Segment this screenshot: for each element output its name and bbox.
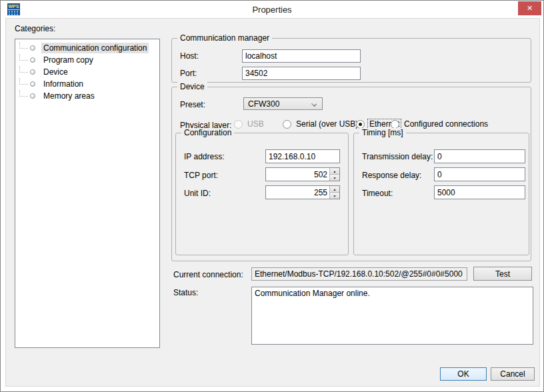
radio-serial-over-usb[interactable]: Serial (over USB) <box>283 119 359 129</box>
timeout-label: Timeout: <box>362 189 393 198</box>
current-connection-label: Current connection: <box>173 270 243 279</box>
preset-combobox-value: CFW300 <box>248 99 279 109</box>
port-label: Port: <box>180 69 197 78</box>
properties-dialog: WPS Properties ✕ Categories: Communicati… <box>0 0 544 392</box>
tcp-port-input[interactable] <box>266 168 329 181</box>
preset-label: Preset: <box>180 100 205 109</box>
unit-id-spinbox: ▲ ▼ <box>265 185 340 199</box>
tree-branch-icon <box>19 42 28 49</box>
radio-configured-connections[interactable]: Configured connections <box>391 119 489 129</box>
categories-tree[interactable]: Communication configuration Program copy… <box>15 39 160 348</box>
spin-up-icon[interactable]: ▲ <box>330 168 339 175</box>
ip-address-input[interactable] <box>265 149 340 163</box>
transmission-delay-label: Transmission delay: <box>362 152 433 161</box>
test-button[interactable]: Test <box>473 267 532 281</box>
timing-group: Timing [ms] Transmission delay: Response… <box>353 133 529 255</box>
status-label: Status: <box>173 288 198 297</box>
response-delay-label: Response delay: <box>362 171 421 180</box>
tree-branch-icon <box>19 54 28 61</box>
radio-circle-icon <box>234 120 243 129</box>
spin-down-icon[interactable]: ▼ <box>330 175 339 181</box>
configuration-group-title: Configuration <box>181 128 234 137</box>
unit-id-label: Unit ID: <box>184 189 211 198</box>
tree-bullet-icon <box>30 45 35 51</box>
spin-down-icon[interactable]: ▼ <box>330 193 339 199</box>
ok-button[interactable]: OK <box>440 367 487 381</box>
tree-bullet-icon <box>30 57 35 63</box>
close-button[interactable]: ✕ <box>518 1 541 15</box>
window-title: Properties <box>1 1 543 18</box>
device-group: Device Preset: CFW300 Physical layer: US… <box>171 87 531 261</box>
configuration-group: Configuration IP address: TCP port: ▲ ▼ … <box>175 133 349 255</box>
tcp-port-label: TCP port: <box>184 171 218 180</box>
current-connection-field: Ethernet/Modbus-TCP/192.168.0.10:502/@25… <box>251 267 467 281</box>
radio-configured-label: Configured connections <box>403 119 489 129</box>
timing-group-title: Timing [ms] <box>359 128 406 137</box>
host-label: Host: <box>180 51 199 61</box>
tree-bullet-icon <box>30 93 35 99</box>
tree-item-device[interactable]: Device <box>15 66 159 78</box>
tree-item-label: Device <box>41 67 70 77</box>
response-delay-input[interactable] <box>434 167 525 181</box>
tree-branch-icon <box>19 66 28 73</box>
close-icon: ✕ <box>527 4 533 12</box>
radio-serial-label: Serial (over USB) <box>295 119 359 129</box>
tree-branch-icon <box>19 78 28 85</box>
tree-item-communication-configuration[interactable]: Communication configuration <box>15 42 159 54</box>
tree-branch-icon <box>19 90 28 97</box>
ip-address-label: IP address: <box>184 152 224 161</box>
radio-circle-icon <box>391 120 399 129</box>
tree-item-label: Information <box>41 79 85 89</box>
chevron-down-icon <box>311 101 317 107</box>
tcp-port-spinner: ▲ ▼ <box>329 168 339 181</box>
preset-combobox[interactable]: CFW300 <box>243 97 323 110</box>
tree-item-information[interactable]: Information <box>15 78 159 90</box>
tree-item-label: Communication configuration <box>41 43 149 53</box>
categories-label: Categories: <box>15 24 55 33</box>
tree-item-label: Memory areas <box>41 91 97 101</box>
device-group-title: Device <box>177 82 207 91</box>
tree-item-memory-areas[interactable]: Memory areas <box>15 90 159 102</box>
timeout-input[interactable] <box>434 185 525 199</box>
radio-usb-label: USB <box>246 119 265 129</box>
radio-circle-icon <box>356 120 365 129</box>
communication-manager-group: Communication manager Host: Port: <box>171 38 531 83</box>
host-input[interactable] <box>242 49 361 63</box>
tree-item-program-copy[interactable]: Program copy <box>15 54 159 66</box>
communication-manager-group-title: Communication manager <box>177 33 272 43</box>
properties-dialog-screen: WPS Properties ✕ Categories: Communicati… <box>0 0 544 392</box>
tcp-port-spinbox: ▲ ▼ <box>265 167 340 181</box>
tree-bullet-icon <box>30 81 35 87</box>
spin-up-icon[interactable]: ▲ <box>330 186 339 193</box>
tree-item-label: Program copy <box>41 55 95 65</box>
unit-id-input[interactable] <box>266 186 329 199</box>
titlebar[interactable]: WPS Properties ✕ <box>1 1 543 18</box>
dialog-content: Categories: Communication configuration … <box>5 18 540 387</box>
cancel-button[interactable]: Cancel <box>491 367 535 381</box>
radio-usb: USB <box>234 119 265 129</box>
unit-id-spinner: ▲ ▼ <box>329 186 339 199</box>
radio-circle-icon <box>283 120 291 129</box>
transmission-delay-input[interactable] <box>434 149 525 163</box>
status-textarea[interactable]: Communication Manager online. <box>251 287 533 345</box>
tree-bullet-icon <box>30 69 35 75</box>
port-input[interactable] <box>242 67 361 80</box>
